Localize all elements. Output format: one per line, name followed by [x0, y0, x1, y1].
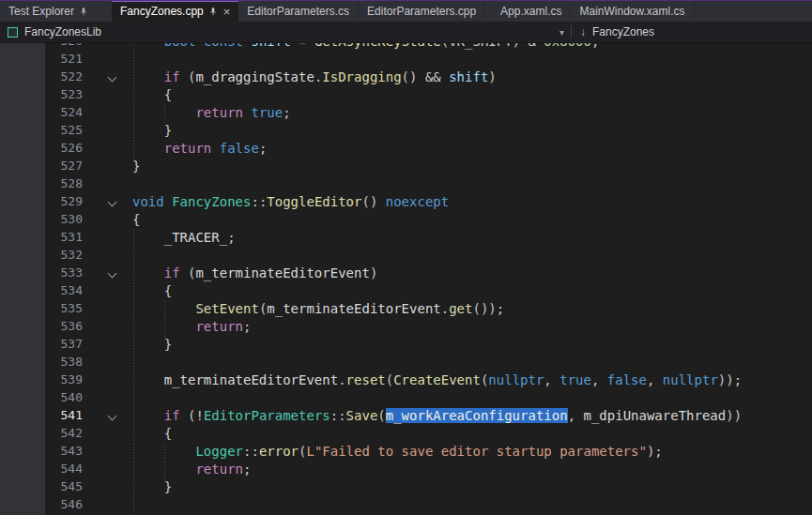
tab-label: MainWindow.xaml.cs	[579, 5, 684, 18]
code-line-text: Logger::error(L"Failed to save editor st…	[128, 444, 812, 462]
tab-editorparameters-cs[interactable]: EditorParameters.cs	[238, 1, 359, 22]
breakpoint-margin[interactable]	[0, 43, 45, 52]
close-icon[interactable]: ×	[223, 6, 231, 18]
tab-label: EditorParameters.cs	[247, 5, 349, 18]
indent-guide	[133, 43, 134, 52]
breakpoint-margin[interactable]	[0, 176, 45, 194]
pin-icon[interactable]	[79, 7, 88, 17]
code-line[interactable]: 540	[0, 390, 812, 408]
code-line[interactable]: 546	[0, 497, 812, 515]
breakpoint-margin[interactable]	[0, 87, 45, 105]
code-line[interactable]: 534 {	[0, 283, 812, 301]
breakpoint-margin[interactable]	[0, 265, 45, 283]
breakpoint-margin[interactable]	[0, 52, 45, 69]
project-dropdown[interactable]: FancyZonesLib ▾	[0, 22, 571, 42]
code-line[interactable]: 525 }	[0, 123, 812, 141]
code-line[interactable]: 537 }	[0, 337, 812, 355]
pin-icon[interactable]	[208, 7, 218, 17]
breakpoint-margin[interactable]	[0, 283, 45, 301]
fold-margin	[88, 390, 128, 408]
breakpoint-margin[interactable]	[0, 462, 45, 479]
code-line[interactable]: 522 if (m_draggingState.IsDragging() && …	[0, 69, 812, 87]
fold-margin[interactable]	[88, 69, 128, 87]
project-icon	[8, 27, 18, 38]
code-line-text	[128, 497, 812, 515]
code-line-text: if (m_draggingState.IsDragging() && shif…	[128, 69, 812, 87]
breakpoint-margin[interactable]	[0, 444, 45, 462]
breakpoint-margin[interactable]	[0, 355, 45, 372]
breakpoint-margin[interactable]	[0, 230, 45, 248]
fold-margin	[88, 444, 128, 462]
breakpoint-margin[interactable]	[0, 248, 45, 265]
code-line[interactable]: 542 {	[0, 426, 812, 444]
code-line[interactable]: 530{	[0, 212, 812, 230]
code-editor[interactable]: 520 bool const shift = GetAsyncKeyState(…	[0, 43, 812, 515]
fold-margin	[88, 372, 128, 390]
code-line-text: }	[128, 123, 812, 141]
code-line[interactable]: 531 _TRACER_;	[0, 230, 812, 248]
line-number: 526	[45, 141, 88, 159]
breakpoint-margin[interactable]	[0, 337, 45, 355]
breakpoint-margin[interactable]	[0, 212, 45, 230]
code-line[interactable]: 528	[0, 176, 812, 194]
indent-guide	[133, 283, 134, 301]
code-line[interactable]: 543 Logger::error(L"Failed to save edito…	[0, 444, 812, 462]
breakpoint-margin[interactable]	[0, 319, 45, 337]
code-line[interactable]: 544 return;	[0, 462, 812, 479]
code-line[interactable]: 532	[0, 248, 812, 265]
code-line[interactable]: 535 SetEvent(m_terminateEditorEvent.get(…	[0, 301, 812, 319]
tab-mainwindow-xaml-cs[interactable]: MainWindow.xaml.cs	[571, 1, 694, 22]
breakpoint-margin[interactable]	[0, 141, 45, 159]
breakpoint-margin[interactable]	[0, 123, 45, 141]
tab-app-xaml-cs[interactable]: App.xaml.cs	[492, 1, 571, 22]
code-line[interactable]: 523 {	[0, 87, 812, 105]
code-line-text: return true;	[128, 105, 812, 123]
breakpoint-margin[interactable]	[0, 390, 45, 408]
fold-margin[interactable]	[88, 408, 128, 426]
fold-margin	[88, 52, 128, 69]
chevron-down-icon[interactable]	[108, 73, 117, 83]
code-line[interactable]: 524 return true;	[0, 105, 812, 123]
breakpoint-margin[interactable]	[0, 372, 45, 390]
breakpoint-margin[interactable]	[0, 479, 45, 497]
line-number: 540	[45, 390, 88, 408]
code-line-text: if (!EditorParameters::Save(m_workAreaCo…	[128, 408, 812, 426]
indent-guide	[133, 230, 134, 248]
code-line-text: return false;	[128, 141, 812, 159]
code-line[interactable]: 533 if (m_terminateEditorEvent)	[0, 265, 812, 283]
chevron-down-icon[interactable]	[108, 198, 117, 207]
code-line[interactable]: 538	[0, 355, 812, 372]
indent-guide	[133, 123, 134, 141]
code-line[interactable]: 541 if (!EditorParameters::Save(m_workAr…	[0, 408, 812, 426]
code-line[interactable]: 539 m_terminateEditorEvent.reset(CreateE…	[0, 372, 812, 390]
fold-margin[interactable]	[88, 265, 128, 283]
tab-bar: Test Explorer FancyZones.cpp × EditorPar…	[0, 0, 812, 22]
tab-test-explorer[interactable]: Test Explorer	[0, 1, 97, 22]
member-dropdown[interactable]: ↓ FancyZones	[572, 22, 812, 42]
code-line[interactable]: 536 return;	[0, 319, 812, 337]
breakpoint-margin[interactable]	[0, 497, 45, 515]
breakpoint-margin[interactable]	[0, 301, 45, 319]
chevron-down-icon[interactable]	[108, 269, 117, 279]
line-number: 535	[45, 301, 88, 319]
fold-margin	[88, 230, 128, 248]
breakpoint-margin[interactable]	[0, 194, 45, 212]
tab-editorparameters-cpp[interactable]: EditorParameters.cpp	[359, 1, 485, 22]
code-line[interactable]: 545 }	[0, 479, 812, 497]
code-line-text: {	[128, 283, 812, 301]
tab-fancyzones-cpp[interactable]: FancyZones.cpp ×	[112, 1, 238, 22]
breakpoint-margin[interactable]	[0, 105, 45, 123]
code-line[interactable]: 521	[0, 52, 812, 69]
fold-margin	[88, 176, 128, 194]
breakpoint-margin[interactable]	[0, 159, 45, 176]
fold-margin[interactable]	[88, 194, 128, 212]
code-line[interactable]: 529void FancyZones::ToggleEditor() noexc…	[0, 194, 812, 212]
code-line[interactable]: 526 return false;	[0, 141, 812, 159]
breakpoint-margin[interactable]	[0, 426, 45, 444]
breakpoint-margin[interactable]	[0, 408, 45, 426]
breakpoint-margin[interactable]	[0, 69, 45, 87]
chevron-down-icon[interactable]	[108, 412, 117, 421]
indent-guide	[133, 444, 134, 462]
code-line[interactable]: 520 bool const shift = GetAsyncKeyState(…	[0, 43, 812, 52]
code-line[interactable]: 527}	[0, 159, 812, 176]
